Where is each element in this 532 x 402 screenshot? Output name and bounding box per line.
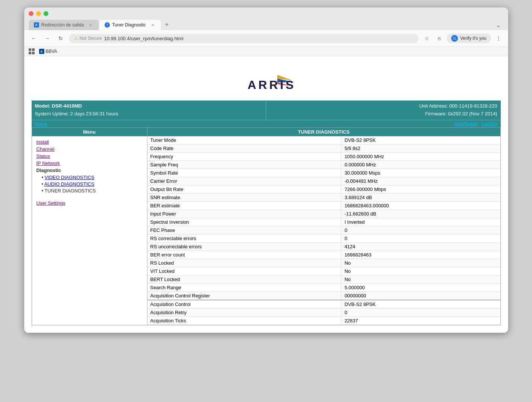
apps-button[interactable] xyxy=(29,48,35,54)
tab-close-tuner[interactable]: ✕ xyxy=(150,22,156,28)
verify-button[interactable]: G Verify it's you xyxy=(447,34,491,43)
diag-value: No xyxy=(341,259,500,267)
forward-icon: → xyxy=(45,35,50,41)
model-label: Model: DSR-4410MD xyxy=(35,103,82,109)
diag-label: Output Bit Rate xyxy=(147,185,341,193)
diag-label: Tuner Mode xyxy=(147,136,341,144)
diag-value: 5.000000 xyxy=(341,283,500,291)
diag-label: FEC Phase xyxy=(147,226,341,234)
info-header-right: Unit Address: 000-11419-91328-220 Firmwa… xyxy=(266,101,500,119)
diag-label: Acquisition Control xyxy=(147,300,341,309)
sidebar-bullet-tuner: • TUNER DIAGNOSTICS xyxy=(42,188,143,194)
userguide-link[interactable]: UserGuide xyxy=(454,121,477,127)
table-row: RS LockedNo xyxy=(147,259,500,267)
diag-value: -0.004491 MHz xyxy=(341,177,500,185)
table-row: Code Rate5/6 8s2 xyxy=(147,144,500,152)
diag-value: 7266.000000 Mbps xyxy=(341,185,500,193)
sidebar-link-audio-diag[interactable]: AUDIO DIAGNOSTICS xyxy=(44,181,94,187)
sidebar-link-video-diag[interactable]: VIDEO DIAGNOSTICS xyxy=(45,175,95,180)
diagnostic-label: Diagnostic xyxy=(36,168,143,173)
diag-value: 0 xyxy=(341,308,500,316)
sidebar-link-ip-network[interactable]: IP Network xyxy=(36,160,143,166)
star-icon: ☆ xyxy=(424,35,429,41)
diag-value: 0 xyxy=(341,226,500,234)
svg-text:ARRIS: ARRIS xyxy=(248,78,296,92)
reload-button[interactable]: ↻ xyxy=(55,33,66,44)
diag-value: 30.000000 Msps xyxy=(341,169,500,177)
tab-icon-tuner: T xyxy=(105,22,110,28)
bbva-icon: A xyxy=(39,49,44,54)
back-button[interactable]: ← xyxy=(29,33,39,44)
sidebar-link-channel[interactable]: Channel xyxy=(36,146,143,152)
diag-table: Tuner ModeDVB-S2 8PSKCode Rate5/6 8s2Fre… xyxy=(147,136,500,325)
table-row: Symbol Rate30.000000 Msps xyxy=(147,169,500,177)
firmware-label: Firmware: 0x292.02 (Nov 7 2014) xyxy=(269,110,497,118)
diag-label: BER error count xyxy=(147,251,341,259)
bookmark-button[interactable]: ☆ xyxy=(421,33,432,44)
tab-redireccion[interactable]: A Redirección de salida ✕ xyxy=(29,20,99,30)
bookmarks-bar: A BBVA xyxy=(24,47,508,56)
diag-label: Code Rate xyxy=(147,144,341,152)
tabs-menu-button[interactable]: ⌄ xyxy=(493,20,504,30)
diag-label: Symbol Rate xyxy=(147,169,341,177)
maximize-button[interactable] xyxy=(44,11,48,16)
address-input[interactable]: ⚠ Not Secure 10.99.100.4/user_rpm/tunerd… xyxy=(69,34,419,43)
logout-link[interactable]: LogOut xyxy=(482,121,498,127)
diag-value: No xyxy=(341,267,500,275)
diag-label: RS Locked xyxy=(147,259,341,267)
sidebar: Menu Install Channel Status IP Network D… xyxy=(32,128,147,325)
table-row: Spectral InversionI Inverted xyxy=(147,218,500,226)
table-row: Frequency1050.000000 MHz xyxy=(147,152,500,160)
diag-label: Frequency xyxy=(147,152,341,160)
sidebar-link-user-settings[interactable]: User Settings xyxy=(36,200,143,206)
nav-links-right: UserGuide LogOut xyxy=(266,121,498,127)
table-row: Sample Freq0.000000 MHz xyxy=(147,160,500,169)
sidebar-bullet-video: • VIDEO DIAGNOSTICS xyxy=(42,175,143,180)
bookmark-bbva[interactable]: A BBVA xyxy=(39,49,57,54)
address-actions: ☆ ⎋ G Verify it's you ⋮ xyxy=(421,33,503,44)
diag-value: 5/6 8s2 xyxy=(341,144,500,152)
diag-label: Search Range xyxy=(147,283,341,291)
diag-label: BERT Locked xyxy=(147,275,341,283)
new-tab-button[interactable]: + xyxy=(162,19,172,30)
forward-button[interactable]: → xyxy=(42,33,52,44)
tab-tuner[interactable]: T Tuner Diagnostic ✕ xyxy=(99,20,160,30)
diag-value: No xyxy=(341,275,500,283)
nav-links-bar: Home UserGuide LogOut xyxy=(32,120,501,127)
share-button[interactable]: ⎋ xyxy=(434,33,445,44)
title-bar: A Redirección de salida ✕ T Tuner Diagno… xyxy=(24,7,508,30)
menu-button[interactable]: ⋮ xyxy=(493,33,504,44)
diag-value: 1050.000000 MHz xyxy=(341,152,500,160)
diag-area: TUNER DIAGNOSTICS Tuner ModeDVB-S2 8PSKC… xyxy=(147,128,500,325)
diag-value: 0 xyxy=(341,234,500,242)
not-secure-indicator: ⚠ Not Secure xyxy=(74,36,102,41)
table-row: Search Range5.000000 xyxy=(147,283,500,291)
table-row: Carrier Error-0.004491 MHz xyxy=(147,177,500,185)
diag-label: RS uncorrectable errors xyxy=(147,242,341,251)
page-content: ARRIS Model: DSR-4410MD System Uptime: 2… xyxy=(24,56,508,333)
traffic-lights xyxy=(29,11,504,19)
diag-value: DVB-S2 8PSK xyxy=(341,300,500,309)
table-row: Tuner ModeDVB-S2 8PSK xyxy=(147,136,500,144)
close-button[interactable] xyxy=(29,11,34,16)
sidebar-link-status[interactable]: Status xyxy=(36,153,143,159)
info-header: Model: DSR-4410MD System Uptime: 2 days … xyxy=(32,100,501,120)
home-link[interactable]: Home xyxy=(35,121,48,127)
tabs-row: A Redirección de salida ✕ T Tuner Diagno… xyxy=(29,19,504,30)
info-header-left: Model: DSR-4410MD System Uptime: 2 days … xyxy=(32,101,267,119)
sidebar-link-install[interactable]: Install xyxy=(36,139,143,145)
tab-icon-redireccion: A xyxy=(34,22,39,28)
reload-icon: ↻ xyxy=(58,35,63,41)
diag-value: 4124 xyxy=(341,242,500,251)
back-icon: ← xyxy=(31,35,36,41)
uptime-label: System Uptime: 2 days 23:58:31 hours xyxy=(35,110,263,118)
verify-label: Verify it's you xyxy=(460,36,486,41)
tab-close-redireccion[interactable]: ✕ xyxy=(87,22,93,28)
table-row: Input Power-11.662600 dB xyxy=(147,210,500,218)
diag-label: BER estimate xyxy=(147,201,341,210)
nav-links-left: Home xyxy=(35,121,266,127)
minimize-button[interactable] xyxy=(36,11,41,16)
diag-label: Input Power xyxy=(147,210,341,218)
diag-value: 0.000000 MHz xyxy=(341,160,500,169)
diag-value: 1686828463.000000 xyxy=(341,201,500,210)
